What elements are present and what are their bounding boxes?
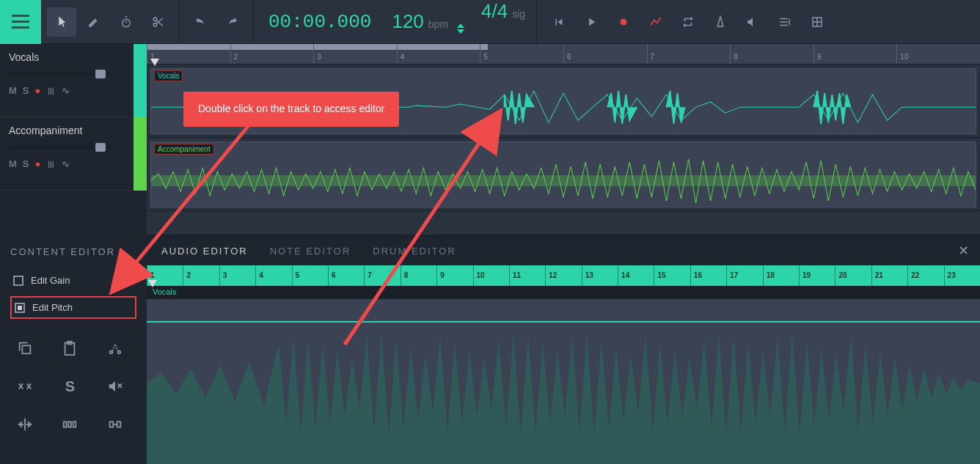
svg-point-3 [621,18,627,25]
content-editor-panel: CONTENT EDITOR Edit Gain Edit Pitch S [0,236,147,464]
crossfade-button[interactable] [10,372,40,401]
svg-rect-15 [117,421,120,427]
svg-rect-13 [73,421,76,427]
loop-button[interactable] [673,7,703,37]
mute-button[interactable]: M [9,85,17,96]
list-button[interactable] [770,7,800,37]
svg-point-10 [117,351,120,354]
svg-rect-11 [64,421,67,427]
play-button[interactable] [577,7,606,37]
main-toolbar: 00:00.000 120 bpm 4/4 sig [0,0,980,44]
mute-button[interactable]: M [9,158,17,169]
track-panel: Vocals M S ● ⫼ ∿ Accompaniment M S ● ⫼ ∿ [0,44,147,235]
keyboard-icon[interactable]: ⫼ [46,158,56,169]
waveform-icon [147,299,980,464]
keyboard-icon[interactable]: ⫼ [46,85,56,96]
arm-record-icon[interactable]: ● [35,85,41,96]
timeline-ruler[interactable]: 1 2 3 4 5 6 7 8 9 10 [147,44,980,65]
waveform-icon [151,153,976,207]
scissors-tool[interactable] [144,7,173,37]
track-header-accompaniment[interactable]: Accompaniment M S ● ⫼ ∿ [0,117,147,191]
split-button[interactable] [10,410,40,439]
grid-snap-button[interactable] [100,410,130,439]
editor-tabs: AUDIO EDITOR NOTE EDITOR DRUM EDITOR ✕ [147,236,980,265]
audio-clip-accompaniment[interactable]: Accompaniment [150,141,976,207]
bpm-up[interactable] [457,23,464,28]
timeline-area[interactable]: 1 2 3 4 5 6 7 8 9 10 Vocals Accompanimen… [147,44,980,235]
track-volume-slider[interactable] [9,72,111,76]
stretch-button[interactable]: S [55,372,84,401]
pitch-line[interactable] [147,321,980,323]
duplicate-button[interactable] [10,334,40,363]
checkbox-icon [15,303,25,313]
svg-rect-5 [151,175,976,186]
tab-drum-editor[interactable]: DRUM EDITOR [373,246,456,257]
editor-waveform-area[interactable] [147,299,980,464]
content-editor-title: CONTENT EDITOR [10,246,136,257]
quantize-button[interactable] [55,410,84,439]
editor-main: AUDIO EDITOR NOTE EDITOR DRUM EDITOR ✕ 1… [147,236,980,464]
track-color-strip[interactable] [134,117,147,191]
editor-ruler[interactable]: 1 2 3 4 5 6 7 8 9 10 11 12 13 14 15 16 1… [147,265,980,286]
record-button[interactable] [609,7,638,37]
stopwatch-tool[interactable] [111,7,141,37]
checkbox-icon [13,276,23,286]
grid-button[interactable] [802,7,832,37]
tab-note-editor[interactable]: NOTE EDITOR [270,246,351,257]
paste-button[interactable] [55,334,84,363]
cut-selection-button[interactable] [100,334,130,363]
svg-point-9 [109,351,112,354]
redo-button[interactable] [218,7,247,37]
playhead-icon[interactable] [150,59,159,66]
svg-rect-14 [109,421,113,427]
mute-clip-button[interactable] [100,372,130,401]
solo-button[interactable]: S [23,85,29,96]
undo-button[interactable] [186,7,215,37]
timesig-display[interactable]: 4/4 sig [470,0,537,44]
tab-audio-editor[interactable]: AUDIO EDITOR [161,246,248,257]
automation-icon[interactable]: ∿ [62,85,70,96]
pointer-tool[interactable] [47,7,76,37]
track-header-vocals[interactable]: Vocals M S ● ⫼ ∿ [0,44,147,117]
tooltip: Double click on the track to access edit… [183,92,399,127]
automation-button[interactable] [641,7,670,37]
edit-gain-option[interactable]: Edit Gain [10,270,136,290]
editor-track-label: Vocals [147,286,980,299]
close-editor-button[interactable]: ✕ [958,243,969,259]
track-volume-slider[interactable] [9,145,111,150]
menu-button[interactable] [0,0,41,44]
playhead-icon[interactable] [148,280,157,287]
track-color-strip[interactable] [134,44,147,117]
metronome-button[interactable] [706,7,735,37]
skip-start-button[interactable] [544,7,574,37]
solo-button[interactable]: S [23,158,29,169]
speaker-button[interactable] [738,7,767,37]
timecode-display[interactable]: 00:00.000 [254,11,386,33]
automation-icon[interactable]: ∿ [62,158,70,169]
bpm-display[interactable]: 120 bpm [386,10,470,34]
edit-pitch-option[interactable]: Edit Pitch [10,296,136,319]
svg-rect-12 [68,421,71,427]
bpm-down[interactable] [457,29,464,34]
track-lane-accompaniment[interactable]: Accompaniment [147,138,980,211]
arm-record-icon[interactable]: ● [35,158,41,169]
pencil-tool[interactable] [79,7,109,37]
svg-rect-6 [22,345,30,353]
